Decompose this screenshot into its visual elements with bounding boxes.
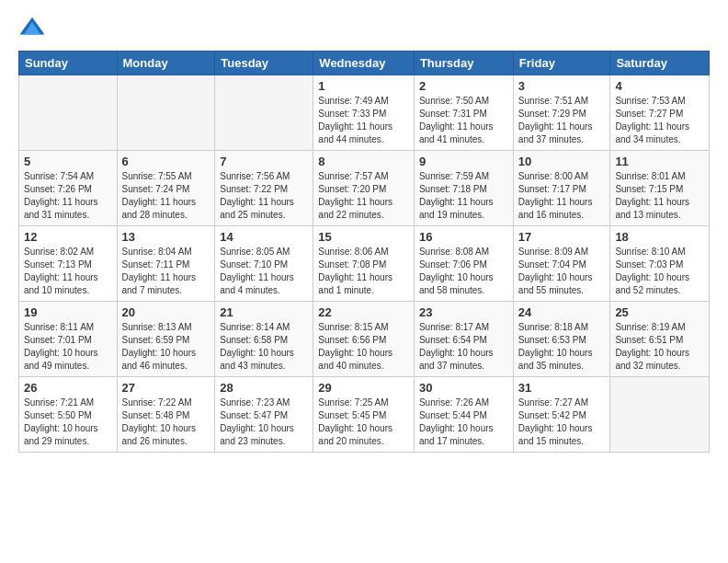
col-header-tuesday: Tuesday	[215, 52, 313, 75]
day-cell: 10Sunrise: 8:00 AM Sunset: 7:17 PM Dayli…	[513, 151, 610, 226]
col-header-sunday: Sunday	[19, 52, 118, 75]
day-cell: 30Sunrise: 7:26 AM Sunset: 5:44 PM Dayli…	[414, 377, 513, 453]
week-row-1: 5Sunrise: 7:54 AM Sunset: 7:26 PM Daylig…	[19, 151, 710, 226]
header-row: SundayMondayTuesdayWednesdayThursdayFrid…	[19, 52, 710, 75]
calendar-header: SundayMondayTuesdayWednesdayThursdayFrid…	[19, 52, 710, 75]
day-cell: 21Sunrise: 8:14 AM Sunset: 6:58 PM Dayli…	[215, 302, 313, 377]
calendar-table: SundayMondayTuesdayWednesdayThursdayFrid…	[18, 51, 710, 453]
day-number: 27	[122, 381, 210, 395]
calendar-body: 1Sunrise: 7:49 AM Sunset: 7:33 PM Daylig…	[19, 75, 710, 453]
day-number: 31	[518, 381, 606, 395]
day-cell: 26Sunrise: 7:21 AM Sunset: 5:50 PM Dayli…	[19, 377, 118, 453]
day-number: 22	[318, 305, 409, 319]
day-detail: Sunrise: 8:08 AM Sunset: 7:06 PM Dayligh…	[419, 246, 508, 297]
day-number: 20	[122, 305, 210, 319]
day-cell: 1Sunrise: 7:49 AM Sunset: 7:33 PM Daylig…	[313, 75, 415, 151]
day-detail: Sunrise: 7:25 AM Sunset: 5:45 PM Dayligh…	[318, 396, 409, 448]
day-detail: Sunrise: 8:09 AM Sunset: 7:04 PM Dayligh…	[518, 246, 606, 297]
day-detail: Sunrise: 7:22 AM Sunset: 5:48 PM Dayligh…	[122, 396, 210, 448]
week-row-4: 26Sunrise: 7:21 AM Sunset: 5:50 PM Dayli…	[19, 377, 710, 453]
day-cell	[610, 377, 710, 453]
day-detail: Sunrise: 7:50 AM Sunset: 7:31 PM Dayligh…	[419, 95, 508, 146]
day-detail: Sunrise: 7:49 AM Sunset: 7:33 PM Dayligh…	[318, 95, 409, 146]
day-cell: 9Sunrise: 7:59 AM Sunset: 7:18 PM Daylig…	[414, 151, 513, 226]
week-row-3: 19Sunrise: 8:11 AM Sunset: 7:01 PM Dayli…	[19, 302, 710, 377]
day-detail: Sunrise: 8:05 AM Sunset: 7:10 PM Dayligh…	[220, 246, 308, 297]
day-detail: Sunrise: 8:02 AM Sunset: 7:13 PM Dayligh…	[24, 246, 112, 297]
day-detail: Sunrise: 8:11 AM Sunset: 7:01 PM Dayligh…	[24, 321, 112, 373]
day-detail: Sunrise: 7:23 AM Sunset: 5:47 PM Dayligh…	[220, 396, 308, 448]
day-cell: 8Sunrise: 7:57 AM Sunset: 7:20 PM Daylig…	[313, 151, 415, 226]
day-cell: 24Sunrise: 8:18 AM Sunset: 6:53 PM Dayli…	[513, 302, 610, 377]
logo-icon	[18, 14, 46, 41]
day-cell: 16Sunrise: 8:08 AM Sunset: 7:06 PM Dayli…	[414, 226, 513, 302]
day-number: 26	[24, 381, 112, 395]
day-cell: 29Sunrise: 7:25 AM Sunset: 5:45 PM Dayli…	[313, 377, 415, 453]
week-row-2: 12Sunrise: 8:02 AM Sunset: 7:13 PM Dayli…	[19, 226, 710, 302]
day-number: 7	[220, 155, 308, 168]
day-number: 25	[615, 305, 704, 319]
day-cell: 19Sunrise: 8:11 AM Sunset: 7:01 PM Dayli…	[19, 302, 118, 377]
day-cell: 22Sunrise: 8:15 AM Sunset: 6:56 PM Dayli…	[313, 302, 415, 377]
day-number: 13	[122, 230, 210, 244]
day-number: 8	[318, 155, 409, 168]
day-cell: 13Sunrise: 8:04 AM Sunset: 7:11 PM Dayli…	[117, 226, 215, 302]
day-detail: Sunrise: 8:00 AM Sunset: 7:17 PM Dayligh…	[518, 170, 606, 222]
day-number: 2	[419, 79, 508, 93]
day-number: 24	[518, 305, 606, 319]
day-detail: Sunrise: 8:10 AM Sunset: 7:03 PM Dayligh…	[615, 246, 704, 297]
day-number: 18	[615, 230, 704, 244]
day-detail: Sunrise: 7:57 AM Sunset: 7:20 PM Dayligh…	[318, 170, 409, 222]
day-detail: Sunrise: 7:51 AM Sunset: 7:29 PM Dayligh…	[518, 95, 606, 146]
week-row-0: 1Sunrise: 7:49 AM Sunset: 7:33 PM Daylig…	[19, 75, 710, 151]
day-detail: Sunrise: 7:21 AM Sunset: 5:50 PM Dayligh…	[24, 396, 112, 448]
day-number: 1	[318, 79, 409, 93]
day-detail: Sunrise: 8:01 AM Sunset: 7:15 PM Dayligh…	[615, 170, 704, 222]
day-number: 15	[318, 230, 409, 244]
day-detail: Sunrise: 8:18 AM Sunset: 6:53 PM Dayligh…	[518, 321, 606, 373]
day-detail: Sunrise: 8:17 AM Sunset: 6:54 PM Dayligh…	[419, 321, 508, 373]
day-number: 5	[24, 155, 112, 168]
day-cell: 14Sunrise: 8:05 AM Sunset: 7:10 PM Dayli…	[215, 226, 313, 302]
day-cell: 17Sunrise: 8:09 AM Sunset: 7:04 PM Dayli…	[513, 226, 610, 302]
day-detail: Sunrise: 8:14 AM Sunset: 6:58 PM Dayligh…	[220, 321, 308, 373]
day-number: 17	[518, 230, 606, 244]
day-number: 9	[419, 155, 508, 168]
day-number: 14	[220, 230, 308, 244]
day-detail: Sunrise: 8:15 AM Sunset: 6:56 PM Dayligh…	[318, 321, 409, 373]
day-cell: 27Sunrise: 7:22 AM Sunset: 5:48 PM Dayli…	[117, 377, 215, 453]
day-number: 6	[122, 155, 210, 168]
day-number: 19	[24, 305, 112, 319]
day-detail: Sunrise: 8:19 AM Sunset: 6:51 PM Dayligh…	[615, 321, 704, 373]
day-cell: 12Sunrise: 8:02 AM Sunset: 7:13 PM Dayli…	[19, 226, 118, 302]
day-cell: 7Sunrise: 7:56 AM Sunset: 7:22 PM Daylig…	[215, 151, 313, 226]
day-detail: Sunrise: 7:27 AM Sunset: 5:42 PM Dayligh…	[518, 396, 606, 448]
day-number: 4	[615, 79, 704, 93]
day-number: 12	[24, 230, 112, 244]
day-cell: 6Sunrise: 7:55 AM Sunset: 7:24 PM Daylig…	[117, 151, 215, 226]
day-cell	[117, 75, 215, 151]
day-detail: Sunrise: 8:06 AM Sunset: 7:08 PM Dayligh…	[318, 246, 409, 297]
day-cell: 15Sunrise: 8:06 AM Sunset: 7:08 PM Dayli…	[313, 226, 415, 302]
day-number: 3	[518, 79, 606, 93]
day-cell	[19, 75, 118, 151]
day-detail: Sunrise: 8:13 AM Sunset: 6:59 PM Dayligh…	[122, 321, 210, 373]
col-header-friday: Friday	[513, 52, 610, 75]
day-cell: 28Sunrise: 7:23 AM Sunset: 5:47 PM Dayli…	[215, 377, 313, 453]
day-detail: Sunrise: 8:04 AM Sunset: 7:11 PM Dayligh…	[122, 246, 210, 297]
day-detail: Sunrise: 7:53 AM Sunset: 7:27 PM Dayligh…	[615, 95, 704, 146]
col-header-thursday: Thursday	[414, 52, 513, 75]
day-detail: Sunrise: 7:54 AM Sunset: 7:26 PM Dayligh…	[24, 170, 112, 222]
day-number: 21	[220, 305, 308, 319]
day-cell	[215, 75, 313, 151]
col-header-wednesday: Wednesday	[313, 52, 415, 75]
day-number: 28	[220, 381, 308, 395]
day-detail: Sunrise: 7:55 AM Sunset: 7:24 PM Dayligh…	[122, 170, 210, 222]
day-number: 29	[318, 381, 409, 395]
day-cell: 4Sunrise: 7:53 AM Sunset: 7:27 PM Daylig…	[610, 75, 710, 151]
day-cell: 18Sunrise: 8:10 AM Sunset: 7:03 PM Dayli…	[610, 226, 710, 302]
day-cell: 25Sunrise: 8:19 AM Sunset: 6:51 PM Dayli…	[610, 302, 710, 377]
col-header-saturday: Saturday	[610, 52, 710, 75]
day-cell: 2Sunrise: 7:50 AM Sunset: 7:31 PM Daylig…	[414, 75, 513, 151]
day-cell: 5Sunrise: 7:54 AM Sunset: 7:26 PM Daylig…	[19, 151, 118, 226]
